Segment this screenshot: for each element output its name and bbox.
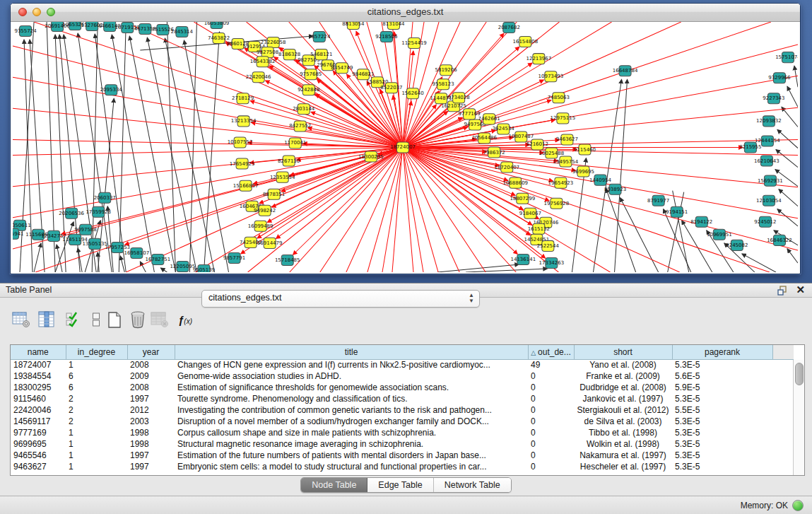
cell-title[interactable]: Disruption of a novel member of a sodium… (175, 416, 528, 427)
graph-node[interactable]: 15692931 (758, 175, 783, 186)
cell-year[interactable]: 1998 (127, 427, 175, 438)
function-builder-icon[interactable]: ƒ(x) (175, 310, 195, 329)
graph-node[interactable]: 8215955 (739, 142, 761, 153)
graph-edge[interactable] (782, 107, 798, 127)
cell-pagerank[interactable]: 5.9E-5 (672, 382, 772, 393)
graph-node[interactable]: 16846322 (767, 235, 792, 245)
cell-pagerank[interactable]: 5.3E-5 (672, 438, 772, 450)
table-select-dropdown[interactable]: citations_edges.txt ▲▼ (201, 290, 480, 308)
cell-name[interactable]: 9777169 (11, 427, 66, 438)
table-row[interactable]: 1872400712008Changes of HCN gene express… (11, 359, 794, 370)
graph-node[interactable]: 9245082 (726, 240, 748, 250)
graph-node[interactable]: 9227343 (763, 93, 784, 104)
cell-out-de[interactable]: 0 (528, 393, 574, 404)
cell-out-de[interactable]: 0 (528, 427, 574, 438)
graph-node[interactable]: 12205095 (170, 261, 196, 271)
cell-short[interactable]: Franke et al. (2009) (574, 370, 672, 382)
cell-pagerank[interactable]: 5.5E-5 (672, 404, 772, 416)
cell-name[interactable]: 9465546 (11, 450, 66, 461)
cell-title[interactable]: Corpus callosum shape and size in male p… (175, 427, 528, 438)
graph-node[interactable]: 18807299 (510, 193, 535, 204)
cell-in-degree[interactable]: 2 (66, 416, 127, 427)
table-row[interactable]: 911546021997Tourette syndrome. Phenomeno… (11, 393, 794, 404)
show-columns-icon[interactable] (37, 310, 57, 329)
graph-node[interactable]: 9115460 (574, 144, 596, 155)
cell-year[interactable]: 2009 (127, 370, 175, 382)
graph-node[interactable]: 18720407 (494, 162, 519, 173)
cell-name[interactable]: 18724007 (11, 359, 66, 370)
graph-node[interactable]: 8878351 (263, 189, 285, 199)
cell-year[interactable]: 2008 (127, 382, 175, 393)
column-header-pagerank[interactable]: pagerank (672, 345, 772, 359)
cell-short[interactable]: Wolkin et al. (1998) (574, 438, 672, 450)
memory-status-indicator[interactable] (792, 500, 804, 511)
network-graph[interactable]: 1872400718300295271812913213354101075521… (13, 22, 798, 272)
cell-short[interactable]: Stergiakouli et al. (2012) (574, 404, 672, 416)
graph-node[interactable]: 1562640 (401, 88, 423, 99)
graph-node[interactable]: 9558123 (433, 79, 454, 90)
cell-pagerank[interactable]: 5.3E-5 (672, 427, 772, 438)
cell-name[interactable]: 18300295 (11, 382, 66, 393)
column-header-in-degree[interactable]: in_degree (66, 345, 127, 359)
cell-out-de[interactable]: 0 (528, 461, 574, 472)
table-row[interactable]: 946362711997Embryonic stem cells: a mode… (11, 461, 794, 472)
graph-node[interactable]: 9329966 (768, 73, 791, 83)
graph-node[interactable]: 5819206 (435, 65, 458, 76)
cell-short[interactable]: Dudbridge et al. (2008) (574, 382, 672, 393)
graph-edge[interactable] (668, 192, 684, 272)
column-header-year[interactable]: year (127, 345, 175, 359)
graph-node[interactable]: 9498242 (254, 205, 276, 216)
row-height-icon[interactable] (86, 310, 106, 329)
graph-edge[interactable] (777, 129, 798, 148)
graph-node[interactable]: 12103054 (756, 195, 782, 206)
graph-edge[interactable] (742, 254, 776, 272)
graph-node[interactable]: 1615132 (528, 223, 550, 234)
graph-node[interactable]: 16210643 (754, 156, 779, 166)
graph-edge[interactable] (293, 148, 403, 255)
cell-pagerank[interactable]: 5.3E-5 (672, 359, 772, 370)
graph-edge[interactable] (189, 22, 196, 272)
graph-node[interactable]: 8267130 (278, 156, 300, 166)
graph-edge[interactable] (57, 245, 62, 272)
graph-node[interactable]: 16099489 (248, 221, 273, 231)
graph-node[interactable]: 9505139 (193, 264, 215, 272)
graph-node[interactable]: 12975115 (551, 113, 576, 124)
cell-pagerank[interactable]: 5.3E-5 (672, 416, 772, 427)
cell-pagerank[interactable]: 5.6E-5 (672, 370, 772, 382)
cell-title[interactable]: Changes of HCN gene expression and I(f) … (175, 359, 528, 370)
cell-name[interactable]: 9115460 (11, 393, 66, 404)
graph-node[interactable]: 1170041 (284, 138, 306, 148)
graph-node[interactable]: 9097588 (75, 224, 97, 235)
cell-out-de[interactable]: 0 (528, 404, 574, 416)
column-header-out-de[interactable]: △out_de... (528, 345, 574, 359)
cell-out-de[interactable]: 0 (528, 450, 574, 461)
cell-title[interactable]: Investigating the contribution of common… (175, 404, 528, 416)
cell-out-de[interactable]: 0 (528, 370, 574, 382)
graph-node[interactable]: 10107552 (228, 137, 253, 148)
graph-node[interactable]: 6216012 (526, 139, 548, 150)
cell-short[interactable]: Hescheler et al. (1997) (574, 461, 672, 472)
graph-node[interactable]: 8522037 (380, 83, 402, 93)
graph-node[interactable]: 20564486 (471, 133, 497, 144)
cell-title[interactable]: Genome-wide association studies in ADHD. (175, 370, 528, 382)
graph-node[interactable]: 10973493 (539, 71, 564, 82)
cell-year[interactable]: 1997 (127, 450, 175, 461)
network-window-titlebar[interactable]: citations_edges.txt (11, 4, 800, 22)
table-row[interactable]: 2242004622012Investigating the contribut… (11, 404, 794, 416)
new-table-icon[interactable] (105, 310, 124, 329)
graph-node[interactable]: 12093832 (756, 116, 782, 127)
cell-title[interactable]: Estimation of significance thresholds fo… (175, 382, 528, 393)
cell-short[interactable]: Jankovic et al. (1997) (574, 393, 672, 404)
graph-edge[interactable] (160, 268, 167, 272)
float-panel-icon[interactable] (777, 285, 789, 296)
table-row[interactable]: 977716911998Corpus callosum shape and si… (11, 427, 794, 438)
graph-edge[interactable] (466, 269, 547, 272)
graph-node[interactable]: 8131044 (382, 22, 405, 30)
graph-node[interactable]: 9463627 (556, 134, 578, 145)
cell-title[interactable]: Embryonic stem cells: a model to study s… (175, 461, 528, 472)
cell-year[interactable]: 1998 (127, 438, 175, 450)
graph-node[interactable]: 22420046 (246, 72, 271, 83)
graph-node[interactable]: 8194122 (690, 216, 712, 227)
graph-node[interactable]: 9242848 (298, 85, 319, 95)
column-header-short[interactable]: short (574, 345, 672, 359)
